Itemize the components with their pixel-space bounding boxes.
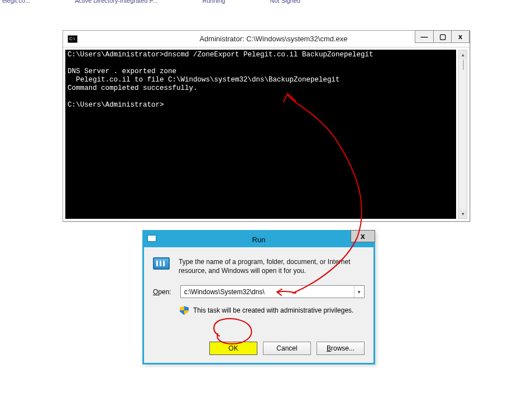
bg-col-zone: elegit.co... xyxy=(2,0,30,4)
run-description-row: Type the name of a program, folder, docu… xyxy=(153,257,365,275)
scroll-up-icon[interactable]: ▴ xyxy=(459,50,467,59)
uac-shield-icon xyxy=(180,306,189,315)
chevron-down-icon[interactable]: ▾ xyxy=(354,286,364,298)
admin-privileges-text: This task will be created with administr… xyxy=(193,306,353,314)
run-program-icon xyxy=(153,257,171,273)
run-content: Type the name of a program, folder, docu… xyxy=(144,247,373,334)
cmd-line: C:\Users\Administrator>dnscmd /ZoneExpor… xyxy=(68,51,373,59)
open-input[interactable] xyxy=(181,286,354,298)
run-open-row: Open: ▾ xyxy=(153,285,365,298)
browse-button[interactable]: Browse... xyxy=(317,342,365,355)
cmd-line: Pelegit.co.il to file C:\Windows\system3… xyxy=(68,76,340,84)
open-combobox[interactable]: ▾ xyxy=(180,285,365,298)
close-button[interactable]: x xyxy=(451,31,469,42)
cmd-body: C:\Users\Administrator>dnscmd /ZoneExpor… xyxy=(63,47,469,221)
background-list-row: elegit.co... Active Directory-Integrated… xyxy=(0,0,532,4)
run-system-icon[interactable] xyxy=(147,235,156,242)
run-button-row: OK Cancel Browse... xyxy=(144,334,373,363)
cmd-system-icon[interactable]: C:\ xyxy=(68,35,78,43)
run-body: Type the name of a program, folder, docu… xyxy=(144,247,373,363)
cmd-window-controls: — ▢ x xyxy=(415,30,469,43)
cmd-scrollbar[interactable]: ▴ ▾ xyxy=(458,50,467,219)
bg-col-status: Running xyxy=(203,0,226,4)
cmd-line: DNS Server . exported zone xyxy=(68,68,176,75)
bg-col-signed: Not Signed xyxy=(270,0,300,4)
bg-col-type: Active Directory-Integrated P... xyxy=(75,0,157,4)
minimize-button[interactable]: — xyxy=(415,31,433,42)
cancel-button[interactable]: Cancel xyxy=(263,342,311,355)
cmd-terminal[interactable]: C:\Users\Administrator>dnscmd /ZoneExpor… xyxy=(65,50,456,219)
cmd-line: Command completed successfully. xyxy=(68,84,198,92)
close-button[interactable]: x xyxy=(351,230,375,242)
scroll-thumb[interactable] xyxy=(463,60,464,70)
open-label: Open: xyxy=(153,288,171,296)
admin-privileges-row: This task will be created with administr… xyxy=(180,306,365,315)
run-dialog: Run x Type the name of a program, folder… xyxy=(142,230,375,365)
cmd-line: C:\Users\Administrator> xyxy=(68,101,164,109)
cmd-window-title: Administrator: C:\Windows\system32\cmd.e… xyxy=(78,35,469,43)
run-title: Run xyxy=(252,236,266,244)
cmd-titlebar[interactable]: C:\ Administrator: C:\Windows\system32\c… xyxy=(63,31,469,47)
scroll-down-icon[interactable]: ▾ xyxy=(459,209,467,218)
cmd-window: C:\ Administrator: C:\Windows\system32\c… xyxy=(63,30,470,222)
run-titlebar[interactable]: Run x xyxy=(144,232,373,247)
maximize-button[interactable]: ▢ xyxy=(433,31,451,42)
ok-button[interactable]: OK xyxy=(209,342,257,355)
run-description-text: Type the name of a program, folder, docu… xyxy=(179,257,365,275)
